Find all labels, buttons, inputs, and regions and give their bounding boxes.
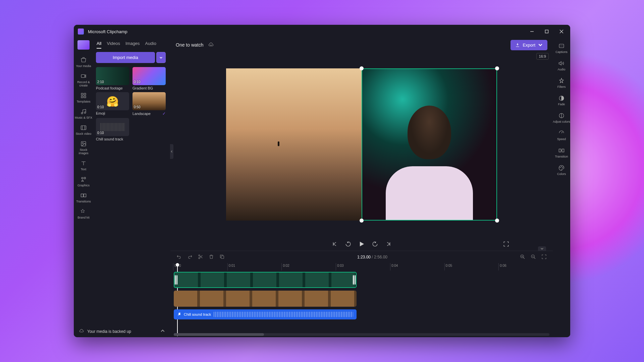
right-rail-transition[interactable]: Transition	[553, 144, 570, 162]
waveform	[214, 312, 353, 317]
svg-rect-17	[84, 177, 86, 179]
svg-rect-1	[545, 30, 548, 33]
media-item: 🤗0:10Emoji	[96, 92, 129, 116]
media-item: 2:10Podcast footage	[96, 67, 129, 90]
svg-rect-35	[559, 44, 564, 48]
duplicate-button[interactable]	[219, 254, 225, 260]
app-logo[interactable]	[77, 40, 90, 50]
playhead[interactable]	[176, 263, 179, 266]
timeline-ruler[interactable]: 0:00 0:01 0:02 0:03 0:04 0:05 0:06	[173, 263, 553, 270]
svg-rect-7	[81, 96, 83, 98]
tab-all[interactable]: All	[97, 41, 101, 49]
media-item: 0:50Landscape✓	[132, 92, 166, 116]
right-rail-fade[interactable]: Fade	[553, 92, 570, 109]
forward-5s-button[interactable]	[372, 241, 378, 247]
selection-handle[interactable]	[495, 219, 499, 223]
tab-videos[interactable]: Videos	[107, 41, 120, 49]
rewind-5s-button[interactable]	[345, 241, 351, 247]
audio-track-clip[interactable]: Chill sound track	[174, 309, 357, 319]
svg-rect-25	[221, 256, 224, 258]
svg-point-43	[562, 167, 563, 168]
svg-line-27	[523, 257, 525, 259]
zoom-out-button[interactable]	[531, 254, 536, 260]
svg-point-9	[81, 112, 83, 114]
music-note-icon	[177, 311, 181, 317]
status-bar: Your media is backed up	[74, 326, 170, 337]
tab-images[interactable]: Images	[125, 41, 140, 49]
timeline: 1:23.00 / 2:56.00 0:00 0:01 0:02 0:03 0:…	[170, 251, 553, 337]
svg-point-10	[84, 112, 86, 114]
svg-rect-8	[84, 96, 86, 98]
left-rail-music[interactable]: Music & SFX	[75, 106, 92, 122]
time-display: 1:23.00 / 2:56.00	[230, 255, 515, 259]
svg-rect-39	[559, 149, 561, 152]
skip-forward-button[interactable]	[385, 241, 391, 247]
tab-audio[interactable]: Audio	[145, 41, 156, 49]
export-button[interactable]: Export	[511, 40, 547, 50]
import-media-button[interactable]: Import media	[96, 52, 155, 63]
video-track-2-clip[interactable]	[174, 291, 357, 307]
selection-handle[interactable]	[360, 219, 364, 223]
left-rail-templates[interactable]: Templates	[75, 90, 92, 106]
playback-controls	[170, 237, 553, 251]
svg-point-16	[82, 177, 83, 179]
split-button[interactable]	[198, 254, 203, 260]
svg-marker-21	[360, 242, 364, 246]
right-rail-colors[interactable]: Colors	[553, 162, 570, 179]
timeline-collapse[interactable]	[538, 246, 546, 251]
fullscreen-button[interactable]	[503, 241, 509, 247]
left-rail-stock-images[interactable]: Stock images	[75, 138, 92, 158]
svg-point-41	[560, 167, 561, 168]
svg-point-42	[561, 167, 562, 167]
svg-rect-5	[81, 93, 83, 95]
delete-button[interactable]	[209, 254, 214, 260]
center-pane: One to watch Export 16:9	[170, 38, 553, 337]
svg-rect-40	[562, 149, 564, 152]
media-item: 0:10Chill sound track	[96, 118, 129, 141]
left-rail-transitions[interactable]: Transitions	[75, 190, 92, 206]
svg-rect-18	[81, 194, 84, 197]
preview-canvas[interactable]	[226, 68, 497, 221]
cloud-sync-icon	[79, 328, 84, 335]
canvas-clip-landscape[interactable]	[226, 68, 362, 221]
left-rail-record[interactable]: Record & create	[75, 70, 92, 90]
close-button[interactable]	[557, 27, 566, 36]
cloud-sync-icon[interactable]	[208, 42, 214, 48]
undo-button[interactable]	[176, 254, 182, 260]
video-track-1-clip[interactable]	[174, 272, 357, 288]
zoom-in-button[interactable]	[520, 254, 525, 260]
zoom-fit-button[interactable]	[541, 254, 547, 260]
right-rail-adjust-colors[interactable]: Adjust colors	[553, 109, 570, 127]
titlebar: Microsoft Clipchamp	[74, 25, 570, 38]
left-rail-text[interactable]: Text	[75, 158, 92, 174]
redo-button[interactable]	[187, 254, 193, 260]
left-rail-graphics[interactable]: Graphics	[75, 174, 92, 190]
media-grid: 2:10Podcast footage 0:10Gradient BG 🤗0:1…	[95, 67, 167, 141]
left-rail-brand-kit[interactable]: Brand kit	[75, 206, 92, 222]
left-rail-stock-video[interactable]: Stock video	[75, 122, 92, 138]
right-rail-captions[interactable]: Captions	[553, 40, 570, 57]
skip-back-button[interactable]	[332, 241, 338, 247]
app-window: Microsoft Clipchamp Your media Record & …	[74, 25, 570, 337]
canvas-clip-podcast-selected[interactable]	[362, 68, 497, 221]
used-check-icon: ✓	[162, 111, 166, 116]
selection-handle[interactable]	[360, 66, 364, 70]
right-rail-speed[interactable]: Speed	[553, 127, 570, 144]
svg-rect-19	[84, 194, 86, 197]
right-rail-filters[interactable]: Filters	[553, 74, 570, 92]
timeline-scrollbar[interactable]	[174, 333, 549, 336]
media-panel: All Videos Images Audio Import media 2:1…	[93, 38, 170, 326]
aspect-ratio-badge[interactable]: 16:9	[536, 53, 549, 60]
left-rail-your-media[interactable]: Your media	[75, 54, 92, 70]
right-rail-audio[interactable]: Audio	[553, 57, 570, 74]
minimize-button[interactable]	[527, 27, 537, 36]
svg-rect-11	[81, 126, 86, 130]
maximize-button[interactable]	[542, 27, 551, 36]
app-title: Microsoft Clipchamp	[88, 29, 527, 34]
status-expand[interactable]	[160, 328, 165, 335]
import-media-dropdown[interactable]	[156, 52, 166, 63]
media-tabs: All Videos Images Audio	[95, 41, 167, 52]
selection-handle[interactable]	[495, 66, 499, 70]
play-button[interactable]	[359, 241, 365, 247]
project-title[interactable]: One to watch	[176, 42, 204, 48]
